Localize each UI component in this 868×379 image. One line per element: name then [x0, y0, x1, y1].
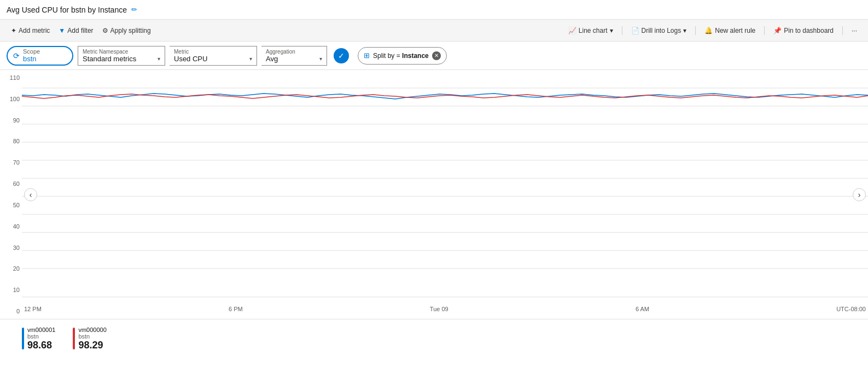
- y-label-50: 50: [0, 202, 20, 208]
- metric-chevron: ▾: [249, 56, 252, 62]
- y-label-40: 40: [0, 223, 20, 230]
- more-options-button[interactable]: ···: [847, 25, 861, 37]
- split-icon: ⚙: [102, 27, 108, 34]
- aggregation-select[interactable]: Avg: [266, 55, 287, 63]
- line-chart-button[interactable]: 📈 Line chart ▾: [564, 25, 617, 37]
- title-bar: Avg Used CPU for bstn by Instance ✏: [0, 0, 868, 20]
- legend-vm-value-0: 98.68: [27, 340, 55, 351]
- y-label-70: 70: [0, 159, 20, 166]
- toolbar-right: 📈 Line chart ▾ 📄 Drill into Logs ▾ 🔔 New…: [564, 25, 861, 37]
- legend-item-0: vm000001 bstn 98.68: [22, 326, 55, 351]
- y-label-0: 0: [0, 308, 20, 314]
- namespace-select[interactable]: Standard metrics: [83, 55, 145, 63]
- split-by-close-button[interactable]: ✕: [432, 51, 441, 60]
- scope-label: Scope: [23, 48, 65, 55]
- scope-input[interactable]: [23, 55, 67, 63]
- split-by-text: Split by = Instance: [373, 52, 429, 60]
- y-label-60: 60: [0, 180, 20, 187]
- line-chart-icon: 📈: [568, 27, 576, 34]
- metric-config-row: ⟳ Scope Metric Namespace Standard metric…: [0, 42, 868, 70]
- namespace-label: Metric Namespace: [83, 49, 160, 55]
- x-axis: 12 PM 6 PM Tue 09 6 AM UTC-08:00: [22, 306, 868, 319]
- legend-color-0: [22, 328, 24, 349]
- namespace-field: Metric Namespace Standard metrics ▾: [78, 46, 165, 66]
- metric-label: Metric: [174, 49, 252, 55]
- namespace-chevron: ▾: [158, 56, 160, 62]
- legend-area: vm000001 bstn 98.68 vm000000 bstn 98.29: [0, 319, 868, 358]
- legend-vm-name-0: vm000001: [27, 326, 55, 333]
- x-label-6pm: 6 PM: [229, 306, 243, 319]
- filter-icon: ▼: [59, 27, 65, 34]
- edit-icon[interactable]: ✏: [131, 5, 137, 14]
- metric-select[interactable]: Used CPU: [174, 55, 217, 63]
- apply-splitting-label: Apply splitting: [110, 27, 151, 34]
- toolbar: ✦ Add metric ▼ Add filter ⚙ Apply splitt…: [0, 20, 868, 42]
- y-label-20: 20: [0, 265, 20, 272]
- pin-to-dashboard-label: Pin to dashboard: [784, 27, 834, 34]
- legend-vm-sub-1: bstn: [78, 333, 106, 340]
- apply-splitting-button[interactable]: ⚙ Apply splitting: [98, 25, 155, 37]
- logs-icon: 📄: [631, 27, 639, 34]
- confirm-button[interactable]: ✓: [334, 48, 349, 63]
- logs-chevron: ▾: [683, 27, 686, 34]
- aggregation-field: Aggregation Avg ▾: [261, 46, 327, 66]
- legend-info-1: vm000000 bstn 98.29: [78, 326, 106, 351]
- y-label-10: 10: [0, 287, 20, 293]
- chart-container: 110 100 90 80 70 60 50 40 30 20 10 0 ‹ ›: [0, 70, 868, 358]
- legend-info-0: vm000001 bstn 98.68: [27, 326, 55, 351]
- line-chart-chevron: ▾: [610, 27, 613, 34]
- legend-vm-name-1: vm000000: [78, 326, 106, 333]
- line-chart-label: Line chart: [579, 27, 608, 34]
- more-options-label: ···: [852, 27, 857, 34]
- add-filter-label: Add filter: [67, 27, 93, 34]
- y-label-110: 110: [0, 74, 20, 81]
- metric-field: Metric Used CPU ▾: [170, 46, 257, 66]
- legend-color-1: [73, 328, 75, 349]
- chart-svg: [22, 70, 868, 319]
- drill-into-logs-label: Drill into Logs: [642, 27, 681, 34]
- drill-into-logs-button[interactable]: 📄 Drill into Logs ▾: [627, 25, 691, 37]
- scope-icon: ⟳: [13, 51, 20, 60]
- pin-icon: 📌: [773, 27, 782, 34]
- page-title: Avg Used CPU for bstn by Instance: [7, 5, 127, 14]
- chart-nav-right-button[interactable]: ›: [853, 188, 866, 201]
- split-icon: ⊞: [364, 51, 370, 60]
- x-label-12pm: 12 PM: [22, 306, 42, 319]
- x-label-tue09: Tue 09: [430, 306, 448, 319]
- new-alert-rule-label: New alert rule: [715, 27, 755, 34]
- y-axis: 110 100 90 80 70 60 50 40 30 20 10 0: [0, 70, 22, 319]
- x-label-tz: UTC-08:00: [836, 306, 868, 319]
- new-alert-rule-button[interactable]: 🔔 New alert rule: [700, 25, 760, 37]
- aggregation-label: Aggregation: [266, 49, 322, 55]
- add-metric-button[interactable]: ✦ Add metric: [7, 25, 54, 37]
- split-by-pill: ⊞ Split by = Instance ✕: [358, 47, 447, 65]
- y-label-100: 100: [0, 96, 20, 102]
- chart-plot: ‹ ›: [22, 70, 868, 319]
- add-filter-button[interactable]: ▼ Add filter: [54, 25, 97, 37]
- alert-icon: 🔔: [704, 27, 713, 34]
- legend-vm-sub-0: bstn: [27, 333, 55, 340]
- y-label-30: 30: [0, 244, 20, 251]
- y-label-80: 80: [0, 138, 20, 144]
- chart-nav-left-button[interactable]: ‹: [24, 188, 37, 201]
- add-metric-icon: ✦: [11, 27, 16, 34]
- x-label-6am: 6 AM: [636, 306, 649, 319]
- chart-area: 110 100 90 80 70 60 50 40 30 20 10 0 ‹ ›: [0, 70, 868, 319]
- scope-container: ⟳ Scope: [7, 46, 73, 66]
- y-label-90: 90: [0, 117, 20, 124]
- legend-item-1: vm000000 bstn 98.29: [73, 326, 106, 351]
- add-metric-label: Add metric: [19, 27, 50, 34]
- aggregation-chevron: ▾: [319, 56, 322, 62]
- legend-vm-value-1: 98.29: [78, 340, 106, 351]
- pin-to-dashboard-button[interactable]: 📌 Pin to dashboard: [769, 25, 838, 37]
